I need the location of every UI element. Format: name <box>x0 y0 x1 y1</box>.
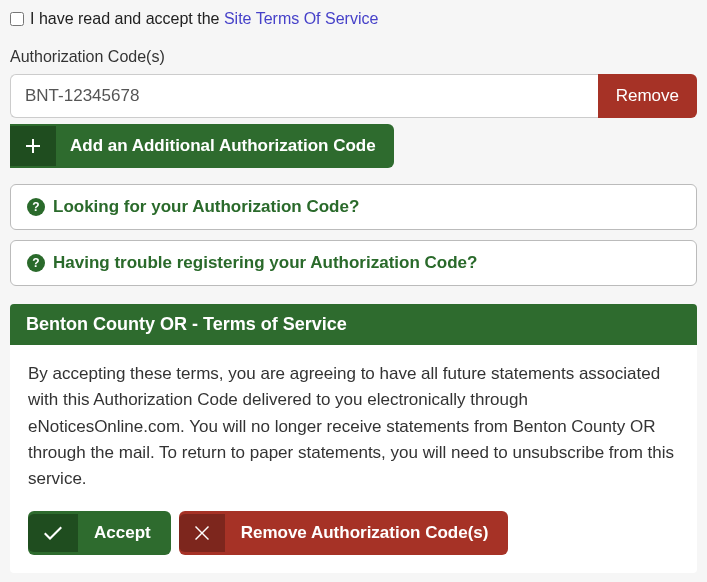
auth-codes-label: Authorization Code(s) <box>10 48 697 66</box>
tos-panel: Benton County OR - Terms of Service By a… <box>10 304 697 573</box>
remove-all-button[interactable]: Remove Authorization Code(s) <box>179 511 509 555</box>
question-circle-icon: ? <box>27 198 45 216</box>
help-trouble[interactable]: ? Having trouble registering your Author… <box>10 240 697 286</box>
terms-checkbox[interactable] <box>10 12 24 26</box>
plus-icon <box>10 126 56 166</box>
svg-text:?: ? <box>32 256 39 270</box>
accept-button[interactable]: Accept <box>28 511 171 555</box>
tos-body-text: By accepting these terms, you are agreei… <box>28 361 679 493</box>
terms-checkbox-label: I have read and accept the Site Terms Of… <box>30 10 378 28</box>
auth-code-input[interactable] <box>10 74 598 118</box>
tos-actions: Accept Remove Authorization Code(s) <box>28 511 679 555</box>
accept-label: Accept <box>88 511 171 555</box>
add-code-label: Add an Additional Authorization Code <box>66 124 394 168</box>
help-find-code[interactable]: ? Looking for your Authorization Code? <box>10 184 697 230</box>
close-icon <box>179 514 225 552</box>
add-code-button[interactable]: Add an Additional Authorization Code <box>10 124 394 168</box>
tos-header: Benton County OR - Terms of Service <box>10 304 697 345</box>
svg-text:?: ? <box>32 200 39 214</box>
tos-body: By accepting these terms, you are agreei… <box>10 345 697 573</box>
remove-code-button[interactable]: Remove <box>598 74 697 118</box>
help-find-code-label: Looking for your Authorization Code? <box>53 197 359 217</box>
help-trouble-label: Having trouble registering your Authoriz… <box>53 253 477 273</box>
remove-all-label: Remove Authorization Code(s) <box>235 511 509 555</box>
site-terms-link[interactable]: Site Terms Of Service <box>224 10 378 27</box>
terms-prefix-text: I have read and accept the <box>30 10 224 27</box>
check-icon <box>28 514 78 552</box>
question-circle-icon: ? <box>27 254 45 272</box>
terms-checkbox-row: I have read and accept the Site Terms Of… <box>10 10 697 28</box>
auth-code-row: Remove <box>10 74 697 118</box>
